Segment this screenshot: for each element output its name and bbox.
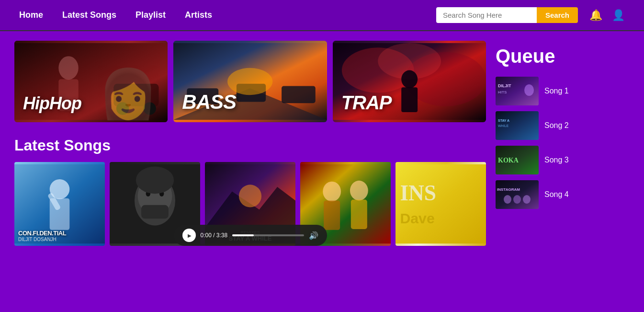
nav-home[interactable]: Home [19,10,43,20]
queue-song-1-name: Song 1 [544,87,569,95]
queue-item-3[interactable]: KOKA Song 3 [496,146,630,174]
search-input[interactable] [436,7,537,23]
queue-thumb-3: KOKA [496,146,539,174]
svg-point-51 [504,195,511,204]
left-content: HipHop [14,41,486,246]
svg-point-4 [58,56,78,80]
volume-icon[interactable]: 🔊 [309,231,318,240]
queue-song-4-name: Song 4 [544,190,569,199]
svg-point-52 [513,195,521,204]
svg-text:INSTAGRAM: INSTAGRAM [497,187,520,192]
latest-songs-section: Latest Songs [14,137,486,246]
svg-text:STAY A: STAY A [498,119,509,122]
header: Home Latest Songs Playlist Artists Searc… [0,0,644,31]
queue-song-3-name: Song 3 [544,156,569,164]
song-card-1[interactable]: CON.FI.DEN.TIAL DILJIT DOSANJH [14,162,105,246]
latest-songs-title: Latest Songs [14,137,486,154]
song-card-5-overlay [395,162,486,246]
queue-item-2[interactable]: STAY A WHILE Song 2 [496,111,630,140]
genre-trap[interactable]: TRAP [333,41,486,122]
song-card-1-artist: DILJIT DOSANJH [18,237,101,242]
queue-thumb-2: STAY A WHILE [496,111,539,140]
header-icons: 🔔 👤 [589,9,625,22]
svg-text:DILJIT: DILJIT [498,83,511,88]
progress-bar[interactable] [232,234,304,236]
svg-point-43 [524,84,534,96]
bass-label: BASS [182,91,236,114]
svg-rect-17 [401,87,418,112]
queue-title: Queue [496,46,630,67]
player-time: 0:00 / 3:38 [201,232,228,239]
main-content: HipHop [0,31,644,255]
svg-rect-1 [113,84,158,106]
profile-icon[interactable]: 👤 [612,9,625,22]
svg-text:KOKA: KOKA [498,157,519,164]
search-area: Search [436,7,578,23]
trap-label: TRAP [341,92,392,114]
search-button[interactable]: Search [537,7,578,23]
queue-item-1[interactable]: DILJIT HITS Song 1 [496,77,630,105]
svg-point-53 [523,195,531,204]
queue-item-4[interactable]: INSTAGRAM Song 4 [496,180,630,209]
songs-grid: CON.FI.DEN.TIAL DILJIT DOSANJH [14,162,486,246]
queue-thumb-4: INSTAGRAM [496,180,539,209]
queue-sidebar: Queue DILJIT HITS [496,41,630,246]
queue-thumb-1: DILJIT HITS [496,77,539,105]
notification-icon[interactable]: 🔔 [589,9,602,22]
queue-song-2-name: Song 2 [544,121,569,130]
play-button[interactable] [182,229,196,242]
nav-artists[interactable]: Artists [185,10,212,20]
hiphop-label: HipHop [23,93,81,114]
song-card-5[interactable]: INS Dave [395,162,486,246]
song-card-1-overlay: CON.FI.DEN.TIAL DILJIT DOSANJH [14,162,105,246]
nav-latest-songs[interactable]: Latest Songs [62,10,116,20]
nav: Home Latest Songs Playlist Artists [19,10,436,20]
nav-playlist[interactable]: Playlist [136,10,166,20]
svg-point-16 [401,70,418,88]
progress-fill [232,234,254,236]
svg-text:HITS: HITS [498,90,507,94]
svg-point-3 [143,102,156,115]
genre-bass[interactable]: BASS [173,41,327,122]
svg-text:WHILE: WHILE [498,124,509,127]
svg-point-2 [116,102,129,115]
song-card-1-title: CON.FI.DEN.TIAL [18,230,101,237]
svg-rect-49 [496,180,539,209]
svg-rect-10 [282,86,316,103]
genre-hiphop[interactable]: HipHop [14,41,168,122]
genre-banners: HipHop [14,41,486,122]
player-bar: 0:00 / 3:38 🔊 [174,225,327,246]
